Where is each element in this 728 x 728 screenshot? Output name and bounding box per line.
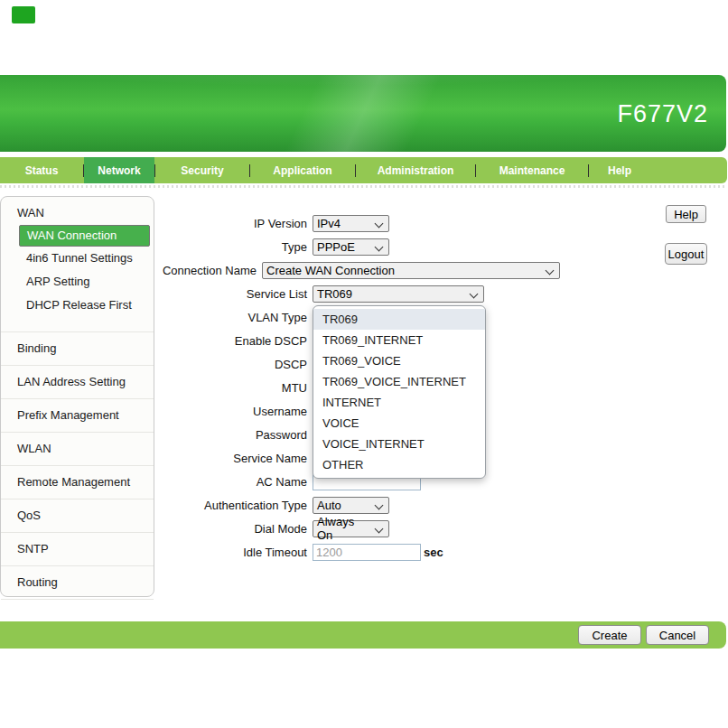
header-banner: F677V2 — [0, 75, 726, 152]
help-button[interactable]: Help — [666, 205, 706, 223]
idle-timeout-label: Idle Timeout — [0, 546, 307, 559]
dropdown-option[interactable]: TR069_VOICE — [313, 350, 485, 371]
tab-network[interactable]: Network — [84, 157, 154, 183]
tab-security[interactable]: Security — [155, 157, 249, 183]
ip-version-value: IPv4 — [317, 217, 341, 230]
dial-mode-select[interactable]: Always On — [313, 520, 389, 537]
dropdown-option[interactable]: OTHER — [313, 454, 485, 475]
chevron-down-icon — [375, 219, 384, 228]
form-row: Connection Name Create WAN Connection — [0, 258, 560, 282]
create-button[interactable]: Create — [578, 625, 641, 645]
chevron-down-icon — [375, 242, 384, 251]
bottom-action-bar: Create Cancel — [0, 621, 726, 649]
dropdown-option[interactable]: INTERNET — [313, 392, 485, 413]
chevron-down-icon — [375, 524, 384, 533]
nav-shadow-strip — [0, 185, 727, 188]
dropdown-option[interactable]: VOICE_INTERNET — [313, 434, 485, 454]
ac-name-label: AC Name — [0, 475, 307, 489]
sidebar-end-divider — [1, 599, 154, 605]
dropdown-option[interactable]: VOICE — [313, 413, 485, 434]
chevron-down-icon — [470, 289, 479, 298]
type-select[interactable]: PPPoE — [313, 238, 389, 256]
chevron-down-icon — [546, 266, 555, 275]
form-row: Service List TR069 — [0, 282, 560, 305]
dscp-label: DSCP — [0, 358, 307, 371]
form-row: Idle Timeout sec — [0, 540, 560, 564]
type-value: PPPoE — [317, 240, 355, 254]
form-row: IP Version IPv4 — [0, 211, 560, 235]
tab-help[interactable]: Help — [589, 157, 650, 183]
username-label: Username — [0, 405, 307, 418]
tab-application[interactable]: Application — [250, 157, 355, 183]
enable-dscp-label: Enable DSCP — [0, 334, 307, 348]
router-admin-page: F677V2 Status Network Security Applicati… — [0, 0, 728, 728]
dial-mode-label: Dial Mode — [0, 522, 307, 536]
main-nav: Status Network Security Application Admi… — [0, 157, 727, 183]
connection-name-label: Connection Name — [0, 264, 257, 277]
authentication-type-select[interactable]: Auto — [313, 497, 389, 514]
connection-name-value: Create WAN Connection — [266, 264, 395, 277]
device-model-title: F677V2 — [617, 100, 708, 128]
ip-version-label: IP Version — [0, 217, 307, 230]
chevron-down-icon — [375, 500, 384, 509]
service-list-dropdown: TR069 TR069_INTERNET TR069_VOICE TR069_V… — [313, 305, 486, 479]
form-row: Authentication Type Auto — [0, 493, 560, 517]
dropdown-option[interactable]: TR069_VOICE_INTERNET — [313, 371, 485, 392]
service-list-value: TR069 — [317, 287, 352, 301]
form-row: Dial Mode Always On — [0, 517, 560, 540]
top-left-green-box — [12, 6, 35, 23]
dropdown-option[interactable]: TR069_INTERNET — [313, 330, 485, 350]
mtu-label: MTU — [0, 381, 307, 395]
vlan-type-label: VLAN Type — [0, 311, 307, 324]
logout-button[interactable]: Logout — [665, 243, 707, 265]
tab-status[interactable]: Status — [0, 157, 83, 183]
service-name-label: Service Name — [0, 452, 307, 465]
idle-timeout-input[interactable] — [313, 544, 421, 561]
password-label: Password — [0, 428, 307, 442]
type-label: Type — [0, 240, 307, 254]
tab-maintenance[interactable]: Maintenance — [476, 157, 588, 183]
sidebar-item-routing[interactable]: Routing — [1, 565, 154, 599]
dial-mode-value: Always On — [317, 515, 372, 542]
tab-administration[interactable]: Administration — [356, 157, 475, 183]
idle-timeout-unit: sec — [424, 546, 443, 559]
service-list-label: Service List — [0, 287, 307, 301]
form-row: Type PPPoE — [0, 235, 560, 258]
ip-version-select[interactable]: IPv4 — [313, 215, 389, 232]
cancel-button[interactable]: Cancel — [646, 625, 709, 645]
dropdown-option[interactable]: TR069 — [313, 309, 485, 330]
service-list-select[interactable]: TR069 — [313, 285, 484, 303]
authentication-type-label: Authentication Type — [0, 499, 307, 512]
connection-name-select[interactable]: Create WAN Connection — [262, 262, 560, 279]
authentication-type-value: Auto — [317, 499, 341, 512]
